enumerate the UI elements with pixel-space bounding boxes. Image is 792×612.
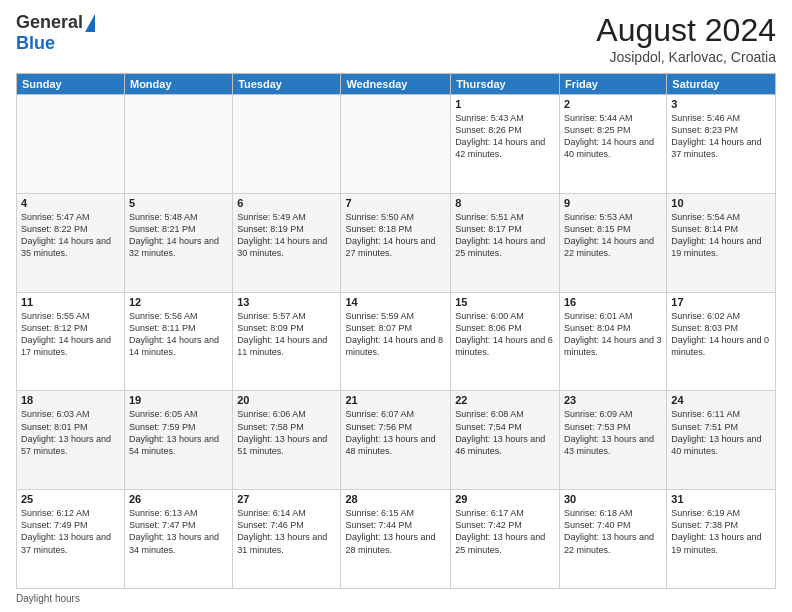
day-info: Sunrise: 5:47 AM Sunset: 8:22 PM Dayligh… <box>21 211 120 260</box>
day-info: Sunrise: 5:59 AM Sunset: 8:07 PM Dayligh… <box>345 310 446 359</box>
subtitle: Josipdol, Karlovac, Croatia <box>596 49 776 65</box>
calendar-cell <box>124 95 232 194</box>
calendar-header-wednesday: Wednesday <box>341 74 451 95</box>
calendar-cell: 3Sunrise: 5:46 AM Sunset: 8:23 PM Daylig… <box>667 95 776 194</box>
calendar-week-2: 4Sunrise: 5:47 AM Sunset: 8:22 PM Daylig… <box>17 193 776 292</box>
calendar-cell: 30Sunrise: 6:18 AM Sunset: 7:40 PM Dayli… <box>559 490 666 589</box>
calendar-week-4: 18Sunrise: 6:03 AM Sunset: 8:01 PM Dayli… <box>17 391 776 490</box>
calendar-cell: 31Sunrise: 6:19 AM Sunset: 7:38 PM Dayli… <box>667 490 776 589</box>
header: General Blue August 2024 Josipdol, Karlo… <box>16 12 776 65</box>
day-info: Sunrise: 5:46 AM Sunset: 8:23 PM Dayligh… <box>671 112 771 161</box>
day-number: 16 <box>564 296 662 308</box>
day-info: Sunrise: 5:51 AM Sunset: 8:17 PM Dayligh… <box>455 211 555 260</box>
day-info: Sunrise: 6:19 AM Sunset: 7:38 PM Dayligh… <box>671 507 771 556</box>
calendar-cell: 4Sunrise: 5:47 AM Sunset: 8:22 PM Daylig… <box>17 193 125 292</box>
day-number: 1 <box>455 98 555 110</box>
calendar-cell: 29Sunrise: 6:17 AM Sunset: 7:42 PM Dayli… <box>451 490 560 589</box>
day-number: 25 <box>21 493 120 505</box>
day-info: Sunrise: 6:07 AM Sunset: 7:56 PM Dayligh… <box>345 408 446 457</box>
calendar-cell: 23Sunrise: 6:09 AM Sunset: 7:53 PM Dayli… <box>559 391 666 490</box>
calendar-cell: 15Sunrise: 6:00 AM Sunset: 8:06 PM Dayli… <box>451 292 560 391</box>
day-info: Sunrise: 6:06 AM Sunset: 7:58 PM Dayligh… <box>237 408 336 457</box>
calendar-cell: 22Sunrise: 6:08 AM Sunset: 7:54 PM Dayli… <box>451 391 560 490</box>
day-info: Sunrise: 5:53 AM Sunset: 8:15 PM Dayligh… <box>564 211 662 260</box>
calendar-cell: 28Sunrise: 6:15 AM Sunset: 7:44 PM Dayli… <box>341 490 451 589</box>
calendar-week-1: 1Sunrise: 5:43 AM Sunset: 8:26 PM Daylig… <box>17 95 776 194</box>
day-number: 26 <box>129 493 228 505</box>
day-info: Sunrise: 5:50 AM Sunset: 8:18 PM Dayligh… <box>345 211 446 260</box>
calendar-cell: 27Sunrise: 6:14 AM Sunset: 7:46 PM Dayli… <box>233 490 341 589</box>
day-number: 6 <box>237 197 336 209</box>
day-info: Sunrise: 6:13 AM Sunset: 7:47 PM Dayligh… <box>129 507 228 556</box>
calendar-header-friday: Friday <box>559 74 666 95</box>
calendar-cell: 5Sunrise: 5:48 AM Sunset: 8:21 PM Daylig… <box>124 193 232 292</box>
day-number: 8 <box>455 197 555 209</box>
calendar-cell: 24Sunrise: 6:11 AM Sunset: 7:51 PM Dayli… <box>667 391 776 490</box>
day-number: 29 <box>455 493 555 505</box>
day-info: Sunrise: 5:54 AM Sunset: 8:14 PM Dayligh… <box>671 211 771 260</box>
page: General Blue August 2024 Josipdol, Karlo… <box>0 0 792 612</box>
day-info: Sunrise: 5:55 AM Sunset: 8:12 PM Dayligh… <box>21 310 120 359</box>
day-number: 3 <box>671 98 771 110</box>
footer-note: Daylight hours <box>16 593 776 604</box>
calendar-header-saturday: Saturday <box>667 74 776 95</box>
calendar-cell: 14Sunrise: 5:59 AM Sunset: 8:07 PM Dayli… <box>341 292 451 391</box>
day-info: Sunrise: 5:48 AM Sunset: 8:21 PM Dayligh… <box>129 211 228 260</box>
day-number: 5 <box>129 197 228 209</box>
calendar-cell <box>233 95 341 194</box>
day-number: 31 <box>671 493 771 505</box>
day-number: 10 <box>671 197 771 209</box>
calendar-cell: 9Sunrise: 5:53 AM Sunset: 8:15 PM Daylig… <box>559 193 666 292</box>
calendar-cell: 17Sunrise: 6:02 AM Sunset: 8:03 PM Dayli… <box>667 292 776 391</box>
day-number: 24 <box>671 394 771 406</box>
day-number: 23 <box>564 394 662 406</box>
day-number: 11 <box>21 296 120 308</box>
day-number: 28 <box>345 493 446 505</box>
calendar-header-tuesday: Tuesday <box>233 74 341 95</box>
day-info: Sunrise: 5:49 AM Sunset: 8:19 PM Dayligh… <box>237 211 336 260</box>
day-info: Sunrise: 6:03 AM Sunset: 8:01 PM Dayligh… <box>21 408 120 457</box>
calendar-header-row: SundayMondayTuesdayWednesdayThursdayFrid… <box>17 74 776 95</box>
day-number: 4 <box>21 197 120 209</box>
calendar-cell: 13Sunrise: 5:57 AM Sunset: 8:09 PM Dayli… <box>233 292 341 391</box>
day-info: Sunrise: 6:14 AM Sunset: 7:46 PM Dayligh… <box>237 507 336 556</box>
calendar-cell: 25Sunrise: 6:12 AM Sunset: 7:49 PM Dayli… <box>17 490 125 589</box>
day-info: Sunrise: 6:01 AM Sunset: 8:04 PM Dayligh… <box>564 310 662 359</box>
logo-general: General <box>16 12 83 33</box>
day-number: 19 <box>129 394 228 406</box>
calendar-cell: 6Sunrise: 5:49 AM Sunset: 8:19 PM Daylig… <box>233 193 341 292</box>
day-number: 27 <box>237 493 336 505</box>
day-number: 21 <box>345 394 446 406</box>
day-number: 13 <box>237 296 336 308</box>
day-info: Sunrise: 6:05 AM Sunset: 7:59 PM Dayligh… <box>129 408 228 457</box>
calendar-header-monday: Monday <box>124 74 232 95</box>
day-info: Sunrise: 5:43 AM Sunset: 8:26 PM Dayligh… <box>455 112 555 161</box>
title-block: August 2024 Josipdol, Karlovac, Croatia <box>596 12 776 65</box>
day-number: 15 <box>455 296 555 308</box>
day-info: Sunrise: 5:56 AM Sunset: 8:11 PM Dayligh… <box>129 310 228 359</box>
calendar-cell: 2Sunrise: 5:44 AM Sunset: 8:25 PM Daylig… <box>559 95 666 194</box>
day-number: 18 <box>21 394 120 406</box>
calendar-cell: 10Sunrise: 5:54 AM Sunset: 8:14 PM Dayli… <box>667 193 776 292</box>
day-number: 30 <box>564 493 662 505</box>
day-number: 17 <box>671 296 771 308</box>
calendar-cell: 19Sunrise: 6:05 AM Sunset: 7:59 PM Dayli… <box>124 391 232 490</box>
day-number: 14 <box>345 296 446 308</box>
day-info: Sunrise: 5:44 AM Sunset: 8:25 PM Dayligh… <box>564 112 662 161</box>
day-info: Sunrise: 6:02 AM Sunset: 8:03 PM Dayligh… <box>671 310 771 359</box>
calendar-cell: 8Sunrise: 5:51 AM Sunset: 8:17 PM Daylig… <box>451 193 560 292</box>
calendar-header-sunday: Sunday <box>17 74 125 95</box>
main-title: August 2024 <box>596 12 776 49</box>
calendar-week-3: 11Sunrise: 5:55 AM Sunset: 8:12 PM Dayli… <box>17 292 776 391</box>
calendar-header-thursday: Thursday <box>451 74 560 95</box>
calendar-cell: 21Sunrise: 6:07 AM Sunset: 7:56 PM Dayli… <box>341 391 451 490</box>
logo-blue: Blue <box>16 33 55 54</box>
day-info: Sunrise: 6:18 AM Sunset: 7:40 PM Dayligh… <box>564 507 662 556</box>
calendar-cell: 26Sunrise: 6:13 AM Sunset: 7:47 PM Dayli… <box>124 490 232 589</box>
day-number: 20 <box>237 394 336 406</box>
calendar-cell <box>17 95 125 194</box>
day-info: Sunrise: 6:12 AM Sunset: 7:49 PM Dayligh… <box>21 507 120 556</box>
day-info: Sunrise: 5:57 AM Sunset: 8:09 PM Dayligh… <box>237 310 336 359</box>
logo-triangle-icon <box>85 14 95 32</box>
calendar-cell: 20Sunrise: 6:06 AM Sunset: 7:58 PM Dayli… <box>233 391 341 490</box>
